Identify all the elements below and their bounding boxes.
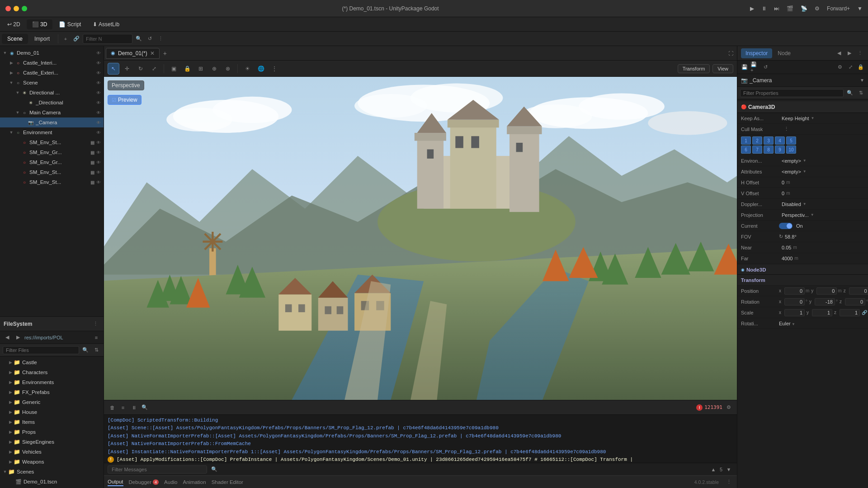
insp-settings-btn[interactable]: ⚙ <box>835 63 844 72</box>
fs-layout-btn[interactable]: ≡ <box>92 333 101 342</box>
more-btn[interactable]: ⋮ <box>156 34 165 43</box>
minimize-btn[interactable] <box>14 6 19 11</box>
remote-btn[interactable]: 📡 <box>801 5 807 12</box>
tree-item-dir-sub[interactable]: ▶ ✳ _Directional 👁 <box>0 98 104 108</box>
inspector-forward-btn[interactable]: ▶ <box>845 49 854 58</box>
console-scroll-up[interactable]: ▲ <box>709 465 718 474</box>
settings-btn[interactable]: ⚙ <box>815 5 820 12</box>
keep-as-value[interactable]: Keep Height <box>782 116 864 121</box>
console-search-btn[interactable]: 🔍 <box>140 403 149 412</box>
more-tool-btn[interactable]: ⋮ <box>269 63 280 75</box>
console-tab-output[interactable]: Output <box>108 478 123 486</box>
tree-item-sm5[interactable]: ▶ ○ SM_Env_St... ▦ 👁 <box>0 177 104 187</box>
console-filter-input[interactable] <box>108 465 207 474</box>
tab-import[interactable]: Import <box>29 34 55 44</box>
move-tool-btn[interactable]: ✛ <box>121 63 133 75</box>
prop-rotation-type[interactable]: Rotati... Euler <box>737 318 868 329</box>
insp-saveas-btn[interactable]: 💾+ <box>750 63 760 72</box>
close-btn[interactable] <box>5 6 11 11</box>
step-btn[interactable]: ⏭ <box>774 5 779 12</box>
prop-rotation[interactable]: Rotation x 0 ° y -18 ° z 0 ° <box>737 296 868 307</box>
tree-item-dir-light[interactable]: ▼ ✳ Directional ... 👁 <box>0 88 104 98</box>
scale-z-field[interactable]: z 1 <box>834 309 860 316</box>
fs-forward-btn[interactable]: ▶ <box>14 333 23 342</box>
fs-arrow-castle[interactable]: ▶ <box>7 359 14 366</box>
camera-dropdown-arrow[interactable]: ▼ <box>860 78 864 83</box>
console-scroll-down[interactable]: ▼ <box>724 465 733 474</box>
maximize-btn[interactable] <box>22 6 27 11</box>
play-btn[interactable]: ▶ <box>750 5 754 12</box>
group-tool-btn[interactable]: ▣ <box>168 63 179 75</box>
doppler-value[interactable]: Disabled <box>782 202 864 207</box>
fs-arrow-envs[interactable]: ▶ <box>7 379 14 385</box>
filter-btn[interactable]: 🔍 <box>134 34 143 43</box>
tree-item-scene[interactable]: ▼ ○ Scene 👁 <box>0 78 104 88</box>
tab-assetlib[interactable]: ⬇ AssetLib <box>87 19 125 29</box>
vis-icon-castle-ext[interactable]: 👁 <box>95 70 102 75</box>
fs-arrow-items[interactable]: ▶ <box>7 419 14 425</box>
fs-arrow-fx[interactable]: ▶ <box>7 389 14 395</box>
prop-doppler[interactable]: Doppler... Disabled <box>737 199 868 210</box>
scale-x-field[interactable]: x 1 <box>779 309 805 316</box>
console-filter-search-icon[interactable]: 🔍 <box>210 465 219 474</box>
expand-sm2[interactable]: ▶ <box>14 149 21 155</box>
fullscreen-icon[interactable]: ⛶ <box>726 49 735 58</box>
pos-z-field[interactable]: z 0 m <box>844 287 868 295</box>
rot-x-field[interactable]: x 0 ° <box>779 298 807 305</box>
fs-item-environments[interactable]: ▶ 📁 Environments <box>0 377 104 387</box>
expand-sm5[interactable]: ▶ <box>14 179 21 185</box>
rot-z-field[interactable]: z 0 ° <box>840 298 868 305</box>
prop-scale[interactable]: Scale x 1 y 1 z 1 🔗 <box>737 307 868 318</box>
console-tab-audio[interactable]: Audio <box>164 479 177 486</box>
pos-x-field[interactable]: x 0 m <box>779 287 809 295</box>
scene-search[interactable]: Filter N <box>83 34 132 44</box>
tree-item-environment[interactable]: ▼ ○ Environment 👁 <box>0 127 104 137</box>
inspector-tab-inspector[interactable]: Inspector <box>741 48 772 58</box>
close-tab-btn[interactable]: ✕ <box>150 50 155 56</box>
vp-maximize-btn[interactable]: ⛶ <box>726 49 735 58</box>
fs-arrow-siege[interactable]: ▶ <box>7 439 14 445</box>
tab-script[interactable]: 📄 Script <box>53 19 86 29</box>
expand-arrow-camera[interactable]: ▶ <box>21 119 27 126</box>
current-toggle[interactable] <box>779 223 793 229</box>
vis-icon-dir-sub[interactable]: 👁 <box>95 100 102 105</box>
rot-y-field[interactable]: y -18 ° <box>809 298 838 305</box>
expand-arrow-scene[interactable]: ▼ <box>8 80 14 86</box>
preview-checkbox[interactable]: ☑ <box>112 97 116 103</box>
expand-sm3[interactable]: ▶ <box>14 159 21 165</box>
cull-btn-1[interactable]: 1 <box>741 136 751 145</box>
fs-item-props[interactable]: ▶ 📁 Props <box>0 427 104 437</box>
expand-arrow-env[interactable]: ▼ <box>8 129 14 136</box>
vis-icon-demo01[interactable]: 👁 <box>95 51 102 56</box>
fs-arrow-scenes[interactable]: ▼ <box>2 469 8 475</box>
insp-reload-btn[interactable]: ↺ <box>761 63 770 72</box>
lock-tool-btn[interactable]: 🔒 <box>181 63 193 75</box>
environment-value[interactable]: <empty> <box>782 158 864 164</box>
camera3d-section-header[interactable]: 🔴 Camera3D <box>737 101 868 113</box>
expand-sm4[interactable]: ▶ <box>14 169 21 175</box>
prop-environment[interactable]: Environ... <empty> <box>737 155 868 166</box>
renderer-dropdown[interactable]: ▼ <box>857 5 863 12</box>
fs-item-siege[interactable]: ▶ 📁 SiegeEngines <box>0 437 104 447</box>
attributes-value[interactable]: <empty> <box>782 169 864 174</box>
fs-arrow-vehicles[interactable]: ▶ <box>7 449 14 455</box>
cull-btn-2[interactable]: 2 <box>752 136 762 145</box>
fs-arrow-props[interactable]: ▶ <box>7 429 14 435</box>
viewport-tab-active[interactable]: ◉ Demo_01(*) ✕ <box>106 48 160 59</box>
view-btn[interactable]: View <box>712 64 733 73</box>
vis-icon-castle-int[interactable]: 👁 <box>95 61 102 66</box>
fs-item-house[interactable]: ▶ 📁 House <box>0 407 104 417</box>
console-pause-btn[interactable]: ⏸ <box>129 403 138 412</box>
viewport[interactable]: Perspective ☑ Preview <box>104 77 737 400</box>
insp-lock-btn[interactable]: 🔒 <box>856 63 865 72</box>
tree-item-demo01[interactable]: ▼ ◉ Demo_01 👁 <box>0 48 104 58</box>
fs-arrow-chars[interactable]: ▶ <box>7 369 14 375</box>
expand-arrow-main-cam[interactable]: ▼ <box>14 109 21 116</box>
inspector-back-btn[interactable]: ◀ <box>835 49 844 58</box>
expand-arrow-dir[interactable]: ▼ <box>14 89 21 96</box>
inspector-more-btn[interactable]: ⋮ <box>855 49 864 58</box>
cull-btn-9[interactable]: 9 <box>775 145 785 154</box>
tree-item-sm1[interactable]: ▶ ○ SM_Env_St... ▦ 👁 <box>0 137 104 147</box>
scale-tool-btn[interactable]: ⤢ <box>148 63 160 75</box>
rotation-type-value[interactable]: Euler <box>779 321 795 326</box>
